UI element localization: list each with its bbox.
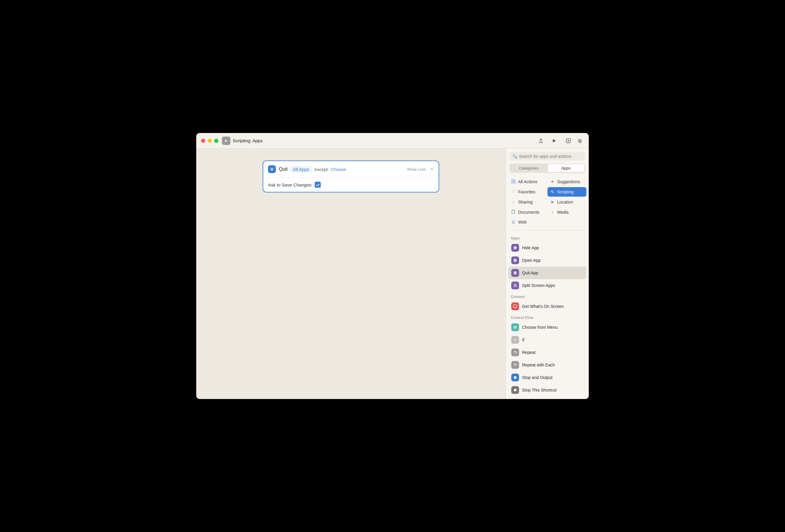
section-content-label: Content: [508, 292, 586, 300]
action-item-quit-app[interactable]: Quit App: [508, 267, 586, 279]
favorites-icon: ♡: [511, 189, 516, 194]
action-header: Quit All Apps except Choose Show Less ✕: [263, 161, 438, 177]
category-sharing[interactable]: ↑ Sharing: [508, 197, 548, 207]
action-item-hide-app[interactable]: Hide App: [508, 241, 586, 254]
media-icon: ♪: [550, 210, 555, 215]
svg-rect-7: [514, 272, 516, 274]
get-screen-label: Get What's On Screen: [522, 304, 564, 309]
category-documents[interactable]: Documents: [508, 207, 548, 217]
play-button[interactable]: [550, 137, 558, 145]
settings-button[interactable]: [576, 137, 584, 145]
location-icon: ➤: [550, 200, 555, 205]
hide-app-label: Hide App: [522, 245, 539, 250]
toolbar-right: [564, 137, 584, 145]
choose-menu-icon: [511, 323, 519, 331]
action-item-stop-shortcut[interactable]: Stop This Shortcut: [508, 384, 586, 396]
repeat-each-icon: [511, 361, 519, 369]
quit-app-label: Quit App: [522, 270, 538, 275]
stop-shortcut-icon: [511, 386, 519, 394]
titlebar: Scripting: Apps: [196, 133, 589, 149]
web-label: Web: [518, 220, 527, 224]
get-screen-icon: [511, 302, 519, 310]
scripting-icon: [550, 189, 555, 194]
svg-rect-3: [514, 246, 516, 249]
action-item-open-app[interactable]: Open App: [508, 254, 586, 267]
category-web[interactable]: ⊙ Web: [508, 217, 548, 227]
card-close-button[interactable]: ✕: [430, 167, 434, 171]
choose-menu-label: Choose from Menu: [522, 325, 558, 330]
tab-bar: Categories Apps: [509, 163, 585, 173]
favorites-label: Favorites: [518, 189, 535, 194]
actions-list: Apps Hide App: [506, 233, 589, 399]
search-bar: 🔍: [506, 149, 589, 163]
action-body: Ask to Save Changes:: [263, 178, 438, 192]
add-action-button[interactable]: [564, 137, 573, 145]
split-screen-label: Split Screen Apps: [522, 283, 555, 288]
suggestions-label: Suggestions: [557, 179, 580, 184]
action-item-repeat-each[interactable]: Repeat with Each: [508, 358, 586, 371]
action-item-choose-menu[interactable]: Choose from Menu: [508, 321, 586, 334]
svg-rect-12: [514, 389, 516, 391]
action-item-split-screen[interactable]: Split Screen Apps: [508, 279, 586, 292]
open-app-icon: [511, 257, 519, 264]
window-title: Scripting: Apps: [233, 138, 537, 143]
repeat-label: Repeat: [522, 350, 535, 355]
action-icon[interactable]: [268, 165, 276, 173]
stop-output-icon: [511, 374, 519, 381]
stop-output-label: Stop and Output: [522, 375, 553, 380]
category-favorites[interactable]: ♡ Favorites: [508, 187, 548, 197]
share-button[interactable]: [537, 137, 545, 145]
app-icon: [222, 137, 230, 145]
category-all-actions[interactable]: All Actions: [508, 177, 548, 186]
wait-icon: [511, 399, 519, 399]
media-label: Media: [557, 210, 569, 215]
quit-action-card: Quit All Apps except Choose Show Less ✕ …: [263, 160, 439, 192]
section-control-flow-label: Control Flow: [508, 313, 586, 321]
category-location[interactable]: ➤ Location: [548, 197, 587, 207]
svg-rect-11: [514, 376, 516, 379]
svg-point-1: [580, 141, 581, 142]
toolbar-actions: [537, 137, 558, 145]
show-less-button[interactable]: Show Less: [407, 167, 426, 171]
ask-save-label: Ask to Save Changes:: [268, 182, 312, 187]
category-suggestions[interactable]: ✦ Suggestions: [548, 177, 587, 186]
ask-save-checkbox[interactable]: [315, 182, 321, 188]
search-input[interactable]: [519, 154, 582, 159]
action-item-get-screen[interactable]: Get What's On Screen: [508, 300, 586, 313]
suggestions-icon: ✦: [550, 179, 555, 184]
sidebar-divider-1: [509, 231, 585, 231]
documents-icon: [511, 210, 516, 215]
search-icon: 🔍: [512, 154, 517, 159]
scripting-label: Scripting: [557, 189, 574, 194]
traffic-lights: [201, 139, 219, 143]
search-input-wrap: 🔍: [509, 152, 585, 160]
repeat-each-label: Repeat with Each: [522, 363, 555, 367]
sidebar: 🔍 Categories Apps All Actions: [506, 149, 589, 399]
category-scripting[interactable]: Scripting: [548, 187, 587, 197]
action-item-repeat[interactable]: Repeat: [508, 346, 586, 358]
categories-grid: All Actions ✦ Suggestions ♡ Favorites: [506, 176, 589, 228]
section-apps-label: Apps: [508, 233, 586, 241]
stop-shortcut-label: Stop This Shortcut: [522, 388, 556, 393]
sharing-label: Sharing: [518, 200, 532, 205]
action-item-stop-output[interactable]: Stop and Output: [508, 371, 586, 384]
hide-app-icon: [511, 244, 519, 252]
documents-label: Documents: [518, 210, 539, 215]
open-app-label: Open App: [522, 258, 540, 263]
choose-badge[interactable]: Choose: [331, 167, 347, 172]
quit-app-icon: [511, 269, 519, 277]
action-item-wait[interactable]: Wait: [508, 396, 586, 399]
close-button[interactable]: [201, 139, 205, 143]
tab-categories[interactable]: Categories: [510, 164, 548, 172]
minimize-button[interactable]: [208, 139, 212, 143]
tab-apps[interactable]: Apps: [548, 164, 585, 172]
all-actions-icon: [511, 179, 516, 184]
except-text: except: [315, 167, 328, 172]
all-apps-badge[interactable]: All Apps: [290, 166, 311, 172]
action-item-if[interactable]: Y If: [508, 334, 586, 346]
category-media[interactable]: ♪ Media: [548, 207, 587, 217]
maximize-button[interactable]: [214, 139, 219, 143]
svg-rect-9: [513, 305, 517, 308]
split-screen-icon: [511, 282, 519, 289]
if-icon: Y: [511, 336, 519, 344]
